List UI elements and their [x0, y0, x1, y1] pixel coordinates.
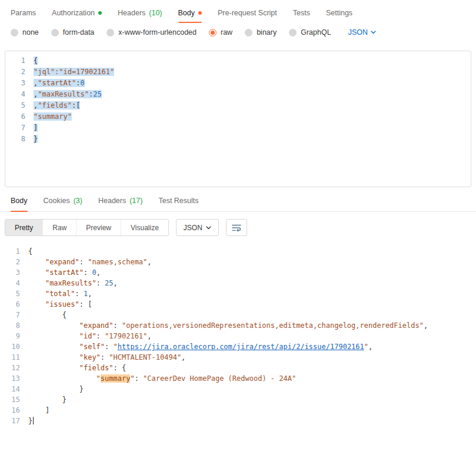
body-type-graphql[interactable]: GraphQL — [289, 28, 331, 36]
code-text: "key": "HCMTALENT-10494", — [28, 352, 185, 363]
tab-label: Authorization — [52, 9, 95, 17]
tab-params[interactable]: Params — [11, 0, 36, 26]
code-token: ] — [28, 406, 49, 414]
headers-count-badge: (17) — [129, 197, 142, 205]
code-line: 5 "total": 1, — [0, 288, 476, 299]
code-token — [28, 279, 45, 287]
radio-selected-icon — [209, 29, 217, 36]
response-language-select[interactable]: JSON — [176, 219, 219, 236]
tab-label: Settings — [326, 9, 352, 17]
code-token: , — [424, 321, 428, 330]
code-token: "fields" — [38, 101, 72, 109]
request-language-select[interactable]: JSON — [348, 28, 376, 36]
code-line: 7 { — [0, 310, 476, 320]
text-cursor — [33, 417, 34, 424]
tab-label: Body — [178, 9, 195, 17]
line-number: 5 — [5, 100, 34, 111]
code-line: 6"summary" — [5, 111, 471, 122]
code-token: [ — [88, 300, 92, 308]
wrap-text-icon — [232, 224, 241, 232]
radio-icon — [245, 29, 252, 36]
response-tab-test-results[interactable]: Test Results — [158, 190, 198, 211]
tab-authorization[interactable]: Authorization — [52, 0, 102, 26]
response-body-viewer[interactable]: 1{2 "expand": "names,schema",3 "startAt"… — [0, 242, 476, 426]
response-tab-body[interactable]: Body — [11, 190, 28, 211]
code-token: 25 — [93, 90, 101, 98]
code-token — [28, 343, 79, 351]
code-token — [28, 300, 45, 308]
line-number: 7 — [0, 310, 28, 320]
code-token: } — [28, 385, 84, 393]
code-token: , — [147, 258, 151, 266]
tab-label: Test Results — [158, 197, 198, 205]
code-token: : — [76, 79, 80, 87]
code-text: "jql":"id=17902161" — [34, 67, 114, 78]
code-line: 13 "summary": "CareerDev HomePage (Redwo… — [0, 373, 476, 384]
code-token: : — [96, 332, 105, 340]
code-line: 14 } — [0, 384, 476, 394]
code-token — [28, 290, 45, 298]
code-token: { — [122, 364, 126, 372]
code-text: "startAt": 0, — [28, 267, 101, 278]
radio-label: raw — [221, 28, 232, 36]
response-tab-headers[interactable]: Headers(17) — [98, 190, 142, 211]
code-token: "self" — [79, 343, 105, 351]
tab-tests[interactable]: Tests — [293, 0, 310, 26]
content-dot — [98, 11, 102, 15]
code-token: "expand" — [79, 321, 114, 330]
body-type-form-data[interactable]: form-data — [51, 28, 95, 36]
tab-body[interactable]: Body — [178, 0, 202, 26]
code-line: 2 "expand": "names,schema", — [0, 257, 476, 267]
tab-headers[interactable]: Headers(10) — [118, 0, 162, 26]
view-visualize-button[interactable]: Visualize — [121, 220, 168, 235]
line-number: 12 — [0, 363, 28, 373]
tab-pre-request-script[interactable]: Pre-request Script — [218, 0, 277, 26]
code-token: "maxResults" — [45, 279, 96, 287]
code-token: "17902161" — [105, 332, 147, 340]
code-line: 3,"startAt":0 — [5, 78, 471, 89]
code-token: " — [96, 374, 101, 383]
tab-label: Pre-request Script — [218, 9, 277, 17]
code-text: "maxResults": 25, — [28, 278, 118, 288]
view-preview-button[interactable]: Preview — [76, 220, 121, 235]
tab-label: Cookies — [44, 197, 70, 205]
response-url-link[interactable]: https://jira.oraclecorp.com/jira/rest/ap… — [118, 343, 364, 351]
line-number: 4 — [0, 278, 28, 288]
code-token: "id" — [79, 332, 96, 340]
line-number: 1 — [0, 246, 28, 257]
code-token: : — [135, 374, 143, 383]
view-raw-button[interactable]: Raw — [42, 220, 76, 235]
code-token: : — [114, 321, 122, 330]
body-type-x-www-form-urlencoded[interactable]: x-www-form-urlencoded — [106, 28, 197, 36]
code-token: , — [96, 268, 101, 277]
code-token: "operations,versionedRepresentations,edi… — [122, 321, 424, 330]
line-number: 3 — [0, 267, 28, 278]
code-line: 6 "issues": [ — [0, 299, 476, 310]
code-token — [28, 332, 79, 340]
code-text: "self": "https://jira.oraclecorp.com/jir… — [28, 341, 372, 352]
code-line: 9 "id": "17902161", — [0, 331, 476, 341]
line-number: 10 — [0, 341, 28, 352]
body-type-none[interactable]: none — [11, 28, 39, 36]
code-token — [28, 364, 79, 372]
code-line: 8} — [5, 134, 471, 145]
body-type-binary[interactable]: binary — [245, 28, 277, 36]
line-number: 13 — [0, 373, 28, 384]
code-token: } — [28, 417, 32, 425]
radio-label: GraphQL — [301, 28, 331, 36]
cookies-count-badge: (3) — [74, 197, 82, 205]
code-token: 0 — [92, 268, 96, 277]
request-body-editor[interactable]: 1{2"jql":"id=17902161"3,"startAt":04,"ma… — [5, 51, 471, 187]
code-text: } — [28, 394, 66, 405]
wrap-text-button[interactable] — [226, 219, 247, 236]
tab-settings[interactable]: Settings — [326, 0, 352, 26]
code-line: 11 "key": "HCMTALENT-10494", — [0, 352, 476, 363]
tab-label: Params — [11, 9, 36, 17]
body-type-raw[interactable]: raw — [209, 28, 232, 36]
view-pretty-button[interactable]: Pretty — [5, 220, 42, 235]
code-text: "id": "17902161", — [28, 331, 152, 341]
body-type-row: none form-data x-www-form-urlencoded raw… — [0, 26, 476, 45]
line-number: 16 — [0, 405, 28, 416]
response-tab-cookies[interactable]: Cookies(3) — [44, 190, 82, 211]
code-line: 4,"maxResults":25 — [5, 89, 471, 100]
